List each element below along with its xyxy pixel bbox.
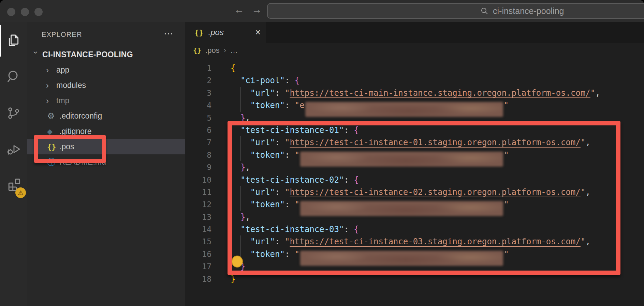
code-text: "test-ci-instance-02": { bbox=[211, 174, 359, 186]
json-file-icon: {} bbox=[193, 46, 201, 55]
line-number[interactable]: 2 bbox=[185, 74, 211, 87]
code-line[interactable]: 8 "token": "" bbox=[185, 149, 644, 161]
line-number[interactable]: 12 bbox=[185, 198, 211, 211]
tree-item-tmp[interactable]: ›tmp bbox=[27, 93, 185, 108]
code-text: } bbox=[211, 273, 235, 285]
line-number[interactable]: 15 bbox=[185, 235, 211, 248]
line-number[interactable]: 11 bbox=[185, 186, 211, 198]
explorer-panel: EXPLORER ⋯ › CI-INSTANCE-POOLING ›app›mo… bbox=[27, 22, 185, 306]
code-line[interactable]: 16 "token": "" bbox=[185, 248, 644, 260]
extensions-icon[interactable]: ⚠ bbox=[0, 174, 27, 196]
code-text: }, bbox=[211, 161, 250, 173]
history-nav: ← → bbox=[234, 4, 262, 15]
forward-arrow-icon[interactable]: → bbox=[252, 4, 262, 15]
extensions-warning-badge: ⚠ bbox=[15, 187, 26, 198]
chevron-down-icon: › bbox=[31, 51, 41, 59]
code-line[interactable]: 15 "url": "https://test-ci-instance-03.s… bbox=[185, 235, 644, 248]
code-text: }, bbox=[211, 211, 250, 223]
gear-file-icon: ⚙ bbox=[47, 111, 59, 121]
line-number[interactable]: 6 bbox=[185, 124, 211, 136]
code-text: "token": "" bbox=[211, 198, 509, 211]
line-number[interactable]: 18 bbox=[185, 273, 211, 285]
code-line[interactable]: 14 "test-ci-instance-03": { bbox=[185, 223, 644, 235]
tab-pos[interactable]: {} .pos × bbox=[185, 22, 266, 43]
redacted-token bbox=[305, 102, 503, 117]
line-number[interactable]: 14 bbox=[185, 223, 211, 235]
tree-item-pos[interactable]: {}.pos bbox=[27, 139, 185, 154]
line-number[interactable]: 10 bbox=[185, 174, 211, 186]
code-text: "url": "https://test-ci-main-instance.st… bbox=[211, 87, 600, 99]
tree-root-ci-instance-pooling[interactable]: › CI-INSTANCE-POOLING bbox=[27, 47, 185, 62]
tree-item-editorconfig[interactable]: ⚙.editorconfig bbox=[27, 108, 185, 124]
code-text: }, bbox=[211, 112, 250, 124]
source-control-icon[interactable] bbox=[0, 102, 27, 124]
code-text: "ci-pool": { bbox=[211, 74, 299, 87]
code-line[interactable]: 3 "url": "https://test-ci-main-instance.… bbox=[185, 87, 644, 99]
code-text: "token": "e" bbox=[211, 99, 509, 111]
chevron-right-icon: › bbox=[46, 65, 56, 75]
code-line[interactable]: 11 "url": "https://test-ci-instance-02.s… bbox=[185, 186, 644, 198]
code-line[interactable]: 6 "test-ci-instance-01": { bbox=[185, 124, 644, 136]
tree-item-gitignore[interactable]: ◆.gitignore bbox=[27, 124, 185, 139]
code-text: "test-ci-instance-01": { bbox=[211, 124, 359, 136]
code-line[interactable]: 4 "token": "e" bbox=[185, 99, 644, 111]
code-line[interactable]: 12 "token": "" bbox=[185, 198, 644, 211]
file-label: modules bbox=[56, 81, 86, 90]
breadcrumb-more[interactable]: … bbox=[230, 46, 238, 55]
chevron-right-icon: › bbox=[46, 96, 56, 106]
line-number[interactable]: 8 bbox=[185, 149, 211, 161]
annotation-dot bbox=[232, 256, 243, 267]
command-search-box[interactable]: ci-instance-pooling bbox=[267, 3, 644, 19]
code-line[interactable]: 18} bbox=[185, 273, 644, 285]
code-text: "url": "https://test-ci-instance-01.stag… bbox=[211, 136, 590, 149]
file-label: .gitignore bbox=[59, 127, 92, 136]
explorer-tree: › CI-INSTANCE-POOLING ›app›modules›tmp⚙.… bbox=[27, 47, 185, 170]
file-label: .editorconfig bbox=[59, 111, 102, 121]
line-number[interactable]: 16 bbox=[185, 248, 211, 260]
vscode-window: ← → ci-instance-pooling bbox=[0, 0, 644, 306]
redacted-token bbox=[300, 201, 503, 216]
run-debug-icon[interactable] bbox=[0, 138, 27, 160]
file-label: app bbox=[56, 65, 69, 75]
back-arrow-icon[interactable]: ← bbox=[234, 4, 244, 15]
code-text: { bbox=[211, 62, 235, 74]
breadcrumb-file[interactable]: .pos bbox=[205, 46, 220, 55]
redacted-token bbox=[300, 251, 503, 266]
minimize-window-button[interactable] bbox=[21, 8, 29, 16]
git-file-icon: ◆ bbox=[47, 127, 59, 136]
line-number[interactable]: 17 bbox=[185, 260, 211, 273]
info-file-icon: ⓘ bbox=[47, 156, 59, 168]
code-line[interactable]: 1{ bbox=[185, 62, 644, 74]
line-number[interactable]: 7 bbox=[185, 136, 211, 149]
tree-item-app[interactable]: ›app bbox=[27, 62, 185, 78]
code-line[interactable]: 7 "url": "https://test-ci-instance-01.st… bbox=[185, 136, 644, 149]
line-number[interactable]: 1 bbox=[185, 62, 211, 74]
code-area[interactable]: 1{2 "ci-pool": {3 "url": "https://test-c… bbox=[185, 58, 644, 306]
line-number[interactable]: 4 bbox=[185, 99, 211, 111]
code-line[interactable]: 2 "ci-pool": { bbox=[185, 74, 644, 87]
breadcrumb-separator: › bbox=[224, 46, 226, 55]
explorer-icon[interactable] bbox=[0, 29, 27, 51]
line-number[interactable]: 13 bbox=[185, 211, 211, 223]
line-number[interactable]: 9 bbox=[185, 161, 211, 173]
explorer-actions-button[interactable]: ⋯ bbox=[164, 28, 174, 39]
search-box-text: ci-instance-pooling bbox=[493, 6, 564, 16]
tab-label: .pos bbox=[208, 28, 224, 37]
tree-item-readme.md[interactable]: ⓘREADME.md bbox=[27, 154, 185, 170]
zoom-window-button[interactable] bbox=[34, 8, 43, 16]
breadcrumb: {} .pos › … bbox=[185, 43, 644, 58]
code-text: "url": "https://test-ci-instance-03.stag… bbox=[211, 235, 590, 248]
close-tab-icon[interactable]: × bbox=[255, 28, 261, 37]
tree-item-modules[interactable]: ›modules bbox=[27, 78, 185, 93]
code-line[interactable]: 10 "test-ci-instance-02": { bbox=[185, 174, 644, 186]
close-window-button[interactable] bbox=[7, 8, 15, 16]
line-number[interactable]: 3 bbox=[185, 87, 211, 99]
code-text: "url": "https://test-ci-instance-02.stag… bbox=[211, 186, 590, 198]
chevron-right-icon: › bbox=[46, 81, 56, 90]
code-text: "token": "" bbox=[211, 149, 509, 161]
line-number[interactable]: 5 bbox=[185, 112, 211, 124]
traffic-lights bbox=[7, 8, 43, 16]
explorer-header: EXPLORER bbox=[42, 31, 82, 39]
braces-file-icon: {} bbox=[47, 142, 59, 151]
search-view-icon[interactable] bbox=[0, 66, 27, 88]
